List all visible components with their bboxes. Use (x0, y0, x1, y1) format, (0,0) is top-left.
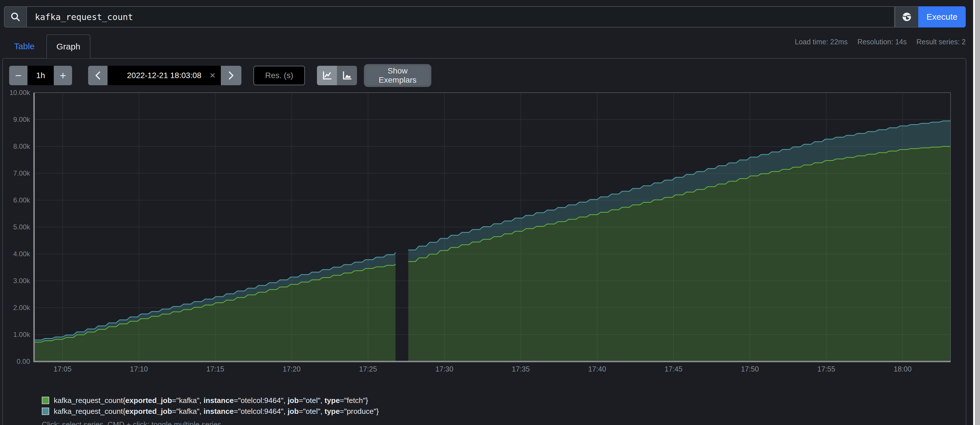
time-back-button[interactable] (88, 66, 108, 85)
chevron-left-icon (95, 71, 101, 80)
legend-item[interactable]: kafka_request_count{exported_job="kafka"… (42, 406, 379, 417)
search-icon (11, 12, 20, 22)
svg-text:4.00k: 4.00k (13, 250, 30, 258)
prometheus-graph-page: Execute Load time: 22ms Resolution: 14s … (0, 0, 980, 425)
graph-legend: kafka_request_count{exported_job="kafka"… (42, 395, 379, 425)
query-stats: Load time: 22ms Resolution: 14s Result s… (795, 38, 966, 46)
series-label: kafka_request_count{exported_job="kafka"… (54, 396, 368, 405)
svg-text:17:50: 17:50 (741, 365, 759, 373)
datetime-input[interactable]: 2022-12-21 18:03:08 ✕ (108, 66, 221, 85)
series-swatch (42, 397, 49, 404)
graph-canvas[interactable]: 0.001.00k2.00k3.00k4.00k5.00k6.00k7.00k8… (3, 90, 964, 379)
line-chart-icon (322, 70, 332, 81)
svg-text:8.00k: 8.00k (13, 142, 30, 150)
svg-text:17:25: 17:25 (359, 365, 377, 373)
svg-text:17:45: 17:45 (665, 365, 682, 373)
result-series-stat: Result series: 2 (916, 38, 966, 46)
datetime-value: 2022-12-21 18:03:08 (127, 71, 201, 80)
series-swatch (42, 407, 49, 415)
svg-text:2.00k: 2.00k (13, 304, 30, 312)
legend-rows: kafka_request_count{exported_job="kafka"… (42, 395, 379, 417)
chart-mode-toggle (317, 66, 357, 85)
series-label: kafka_request_count{exported_job="kafka"… (54, 407, 379, 416)
scrollbar-thumb[interactable] (975, 0, 980, 425)
execute-button[interactable]: Execute (918, 6, 966, 27)
chevron-right-icon (228, 71, 234, 80)
load-time: Load time: 22ms (795, 38, 848, 46)
time-forward-button[interactable] (221, 66, 242, 85)
time-travel-button[interactable] (895, 6, 918, 27)
range-increase-button[interactable]: + (54, 66, 72, 85)
search-icon-segment (4, 6, 26, 27)
stacked-chart-mode-button[interactable] (337, 66, 357, 85)
page-scrollbar[interactable] (973, 0, 980, 425)
range-decrease-button[interactable]: − (9, 66, 27, 85)
datetime-group: 2022-12-21 18:03:08 ✕ (88, 66, 242, 85)
svg-text:17:05: 17:05 (54, 365, 72, 373)
svg-text:17:20: 17:20 (283, 365, 301, 373)
globe-icon (902, 12, 912, 22)
query-bar: Execute (4, 6, 966, 27)
svg-text:7.00k: 7.00k (13, 169, 30, 177)
query-input[interactable] (26, 6, 895, 27)
legend-item[interactable]: kafka_request_count{exported_job="kafka"… (42, 395, 379, 406)
graph-controls: − 1h + 2022-12-21 18:03:08 ✕ (9, 66, 430, 85)
svg-text:0.00: 0.00 (17, 358, 30, 365)
svg-text:5.00k: 5.00k (13, 223, 30, 231)
show-exemplars-button[interactable]: Show Exemplars (366, 66, 430, 85)
range-input[interactable]: 1h (27, 66, 54, 85)
svg-text:17:35: 17:35 (512, 365, 530, 373)
svg-text:6.00k: 6.00k (13, 196, 30, 204)
svg-text:17:15: 17:15 (206, 365, 224, 373)
panel-tabs: Table Graph (2, 34, 91, 58)
svg-text:10.00k: 10.00k (10, 90, 30, 96)
svg-text:18:00: 18:00 (894, 365, 912, 373)
tab-table[interactable]: Table (2, 34, 46, 58)
svg-text:9.00k: 9.00k (13, 116, 30, 123)
svg-text:1.00k: 1.00k (13, 331, 30, 338)
datetime-clear-icon[interactable]: ✕ (209, 71, 216, 80)
range-input-group: − 1h + (9, 66, 72, 85)
svg-text:17:10: 17:10 (130, 365, 148, 373)
resolution-stat: Resolution: 14s (857, 38, 907, 46)
stacked-chart-icon (342, 70, 352, 81)
graph-chart[interactable]: 0.001.00k2.00k3.00k4.00k5.00k6.00k7.00k8… (3, 90, 964, 379)
svg-text:3.00k: 3.00k (13, 277, 30, 285)
graph-panel: − 1h + 2022-12-21 18:03:08 ✕ (2, 58, 966, 425)
tab-graph[interactable]: Graph (46, 34, 91, 58)
svg-text:17:55: 17:55 (817, 365, 835, 373)
svg-text:17:30: 17:30 (435, 365, 453, 373)
line-chart-mode-button[interactable] (317, 66, 337, 85)
legend-hint: Click: select series, CMD + click: toggl… (42, 420, 379, 425)
resolution-input[interactable] (253, 66, 305, 85)
svg-text:17:40: 17:40 (588, 365, 606, 373)
